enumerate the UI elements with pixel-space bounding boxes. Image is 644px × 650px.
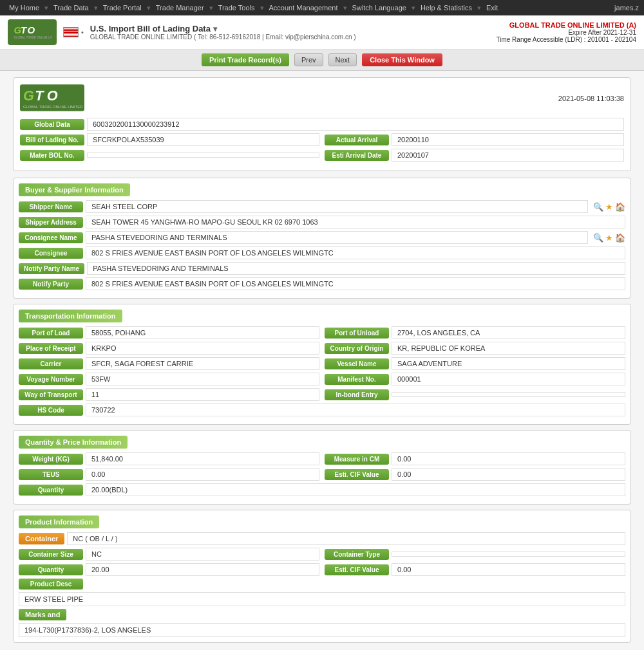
shipper-search-icon[interactable]: 🔍 xyxy=(593,202,603,212)
nav-help-statistics[interactable]: Help & Statistics xyxy=(417,3,476,13)
shipper-name-value: SEAH STEEL CORP xyxy=(86,200,588,213)
nav-trade-data[interactable]: Trade Data xyxy=(50,3,93,13)
nav-trade-manager[interactable]: Trade Manager xyxy=(152,3,208,13)
port-unload-pair: Port of Unload 2704, LOS ANGELES, CA xyxy=(325,326,625,339)
esti-arrival-value: 20200107 xyxy=(392,149,624,162)
consignee-value: 802 S FRIES AVENUE EAST BASIN PORT OF LO… xyxy=(86,246,625,259)
quantity-price-title: Quantity & Price Information xyxy=(19,436,128,449)
product-desc-label: Product Desc xyxy=(19,579,83,590)
bol-label: Bill of Lading No. xyxy=(20,135,84,145)
header-right: GLOBAL TRADE ONLINE LIMITED (A) Expire A… xyxy=(496,21,636,43)
cif-label: Esti. CIF Value xyxy=(325,469,389,480)
shipper-name-row: Shipper Name SEAH STEEL CORP 🔍 ★ 🏠 xyxy=(19,200,625,213)
hs-code-row: HS Code 730722 xyxy=(19,404,625,416)
prod-cif-value: 0.00 xyxy=(392,563,625,576)
carrier-pair: Carrier SFCR, SAGA FOREST CARRIE xyxy=(19,357,319,370)
container-type-label: Container Type xyxy=(325,549,389,560)
marks-value: 194-L730(P1737836)-2, LOS ANGELES xyxy=(19,623,625,637)
cif-pair: Esti. CIF Value 0.00 xyxy=(325,468,625,481)
buyer-supplier-section: Buyer & Supplier Information Shipper Nam… xyxy=(13,178,631,299)
quantity-value: 20.00(BDL) xyxy=(86,483,625,496)
consignee-label: Consignee xyxy=(19,248,83,259)
marks-button[interactable]: Marks and xyxy=(19,609,66,620)
teus-cif-row: TEUS 0.00 Esti. CIF Value 0.00 xyxy=(19,468,625,481)
nav-account-management[interactable]: Account Management xyxy=(265,3,342,13)
vessel-name-value: SAGA ADVENTURE xyxy=(392,357,625,370)
prod-cif-label: Esti. CIF Value xyxy=(325,564,389,575)
shipper-name-label: Shipper Name xyxy=(19,201,83,212)
close-button-top[interactable]: Close This Window xyxy=(362,53,442,66)
country-origin-pair: Country of Origin KR, REPUBLIC OF KOREA xyxy=(325,342,625,355)
notify-party-value: 802 S FRIES AVENUE EAST BASIN PORT OF LO… xyxy=(86,277,625,290)
header-subtitle: GLOBAL TRADE ONLINE LIMITED ( Tel: 86-51… xyxy=(90,33,356,41)
header-left: G T O GLOBAL TRADE ONLINE LIMITED • U.S.… xyxy=(8,19,356,45)
notify-party-row: Notify Party 802 S FRIES AVENUE EAST BAS… xyxy=(19,277,625,290)
measure-value: 0.00 xyxy=(392,452,625,465)
bond-pair: In-bond Entry xyxy=(325,388,625,401)
record-card: G T O GLOBAL TRADE ONLINE LIMITED 2021-0… xyxy=(13,77,631,171)
actual-arrival-label: Actual Arrival xyxy=(325,135,389,145)
place-receipt-value: KRKPO xyxy=(86,342,319,355)
nav-trade-portal[interactable]: Trade Portal xyxy=(99,3,146,13)
country-origin-value: KR, REPUBLIC OF KOREA xyxy=(392,342,625,355)
port-unload-value: 2704, LOS ANGELES, CA xyxy=(392,326,625,339)
esti-arrival-pair: Esti Arrival Date 20200107 xyxy=(325,149,624,162)
bol-value: SFCRKPOLAX535039 xyxy=(87,133,319,146)
svg-text:T: T xyxy=(35,88,44,104)
carrier-vessel-row: Carrier SFCR, SAGA FOREST CARRIE Vessel … xyxy=(19,357,625,370)
voyage-value: 53FW xyxy=(86,373,319,385)
transportation-section: Transportation Information Port of Load … xyxy=(13,304,631,425)
main-content: G T O GLOBAL TRADE ONLINE LIMITED 2021-0… xyxy=(0,71,644,650)
notify-party-name-value: PASHA STEVEDORING AND TERMINALS xyxy=(87,262,625,275)
prod-qty-cif-row: Quantity 20.00 Esti. CIF Value 0.00 xyxy=(19,563,625,576)
carrier-value: SFCR, SAGA FOREST CARRIE xyxy=(86,357,319,370)
shipper-home-icon[interactable]: 🏠 xyxy=(615,202,625,212)
container-type-value xyxy=(392,552,625,557)
bol-arrival-row: Bill of Lading No. SFCRKPOLAX535039 Actu… xyxy=(20,133,624,146)
svg-text:O: O xyxy=(28,24,35,35)
teus-value: 0.00 xyxy=(86,468,319,481)
nav-switch-language[interactable]: Switch Language xyxy=(348,3,410,13)
cif-value: 0.00 xyxy=(392,468,625,481)
page-header: G T O GLOBAL TRADE ONLINE LIMITED • U.S.… xyxy=(0,15,644,50)
prev-button-top[interactable]: Prev xyxy=(294,53,323,66)
shipper-address-label: Shipper Address xyxy=(19,217,83,228)
next-button-top[interactable]: Next xyxy=(328,53,357,66)
transport-bond-row: Way of Transport 11 In-bond Entry xyxy=(19,388,625,401)
place-receipt-pair: Place of Receipt KRKPO xyxy=(19,342,319,355)
top-action-bar: Print Trade Record(s) Prev Next Close Th… xyxy=(0,50,644,71)
consignee-star-icon[interactable]: ★ xyxy=(605,233,613,243)
nav-my-home[interactable]: My Home xyxy=(5,3,43,13)
product-desc-value-row: ERW STEEL PIPE xyxy=(19,592,625,606)
transport-value: 11 xyxy=(86,388,319,401)
nav-exit[interactable]: Exit xyxy=(482,3,502,13)
container-size-type-row: Container Size NC Container Type xyxy=(19,548,625,561)
container-value: NC ( OB / L / ) xyxy=(67,532,625,545)
product-info-title: Product Information xyxy=(19,515,99,528)
nav-trade-tools[interactable]: Trade Tools xyxy=(214,3,259,13)
consignee-home-icon[interactable]: 🏠 xyxy=(615,233,625,243)
user-name: james.z xyxy=(614,4,639,12)
vessel-name-pair: Vessel Name SAGA ADVENTURE xyxy=(325,357,625,370)
svg-text:GLOBAL TRADE ONLINE LIMITED: GLOBAL TRADE ONLINE LIMITED xyxy=(14,36,52,39)
bol-pair: Bill of Lading No. SFCRKPOLAX535039 xyxy=(20,133,319,146)
manifest-label: Manifest No. xyxy=(325,374,389,385)
print-button-top[interactable]: Print Trade Record(s) xyxy=(202,53,289,66)
record-datetime: 2021-05-08 11:03:38 xyxy=(558,95,624,102)
svg-text:G: G xyxy=(23,88,34,104)
weight-value: 51,840.00 xyxy=(86,452,319,465)
prod-cif-pair: Esti. CIF Value 0.00 xyxy=(325,563,625,576)
container-button[interactable]: Container xyxy=(19,533,64,544)
hs-code-label: HS Code xyxy=(19,405,83,416)
logo: G T O GLOBAL TRADE ONLINE LIMITED xyxy=(8,19,57,45)
shipper-name-icons: 🔍 ★ 🏠 xyxy=(593,202,625,212)
product-desc-header-row: Product Desc xyxy=(19,579,625,590)
shipper-address-value: SEAH TOWER 45 YANGHWA-RO MAPO-GU SEOUL K… xyxy=(86,216,625,228)
shipper-star-icon[interactable]: ★ xyxy=(605,202,613,212)
marks-value-row: 194-L730(P1737836)-2, LOS ANGELES xyxy=(19,623,625,637)
product-info-section: Product Information Container NC ( OB / … xyxy=(13,510,631,643)
actual-arrival-pair: Actual Arrival 20200110 xyxy=(325,133,624,146)
consignee-search-icon[interactable]: 🔍 xyxy=(593,233,603,243)
weight-measure-row: Weight (KG) 51,840.00 Measure in CM 0.00 xyxy=(19,452,625,465)
top-navigation: My Home ▾ Trade Data ▾ Trade Portal ▾ Tr… xyxy=(0,0,644,15)
